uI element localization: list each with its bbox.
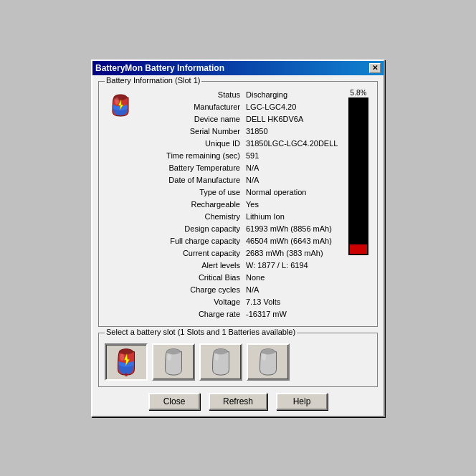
battery-bar-red [350, 244, 367, 254]
svg-point-5 [119, 348, 133, 354]
table-row: Charge cyclesN/A [141, 284, 341, 296]
field-label: Time remaining (sec) [141, 151, 244, 160]
info-table: StatusDischargingManufacturerLGC-LGC4.20… [141, 89, 341, 320]
battery-info-inner: StatusDischargingManufacturerLGC-LGC4.20… [105, 89, 371, 320]
field-value: N/A [244, 176, 341, 184]
slot-button-4[interactable] [247, 343, 290, 381]
field-label: Charge rate [141, 310, 244, 318]
field-label: Unique ID [141, 139, 244, 148]
field-value: None [244, 273, 341, 282]
field-value: 46504 mWh (6643 mAh) [244, 237, 341, 245]
field-label: Battery Temperature [141, 163, 244, 172]
field-label: Status [141, 90, 244, 99]
svg-point-2 [115, 97, 119, 105]
close-window-button[interactable]: ✕ [369, 63, 381, 73]
slot-group: Select a battery slot (1 Slots and 1 Bat… [98, 333, 378, 387]
table-row: ManufacturerLGC-LGC4.20 [141, 101, 341, 113]
field-label: Charge cycles [141, 285, 244, 294]
table-row: RechargeableYes [141, 199, 341, 211]
field-value: N/A [244, 163, 341, 172]
table-row: Current capacity2683 mWh (383 mAh) [141, 247, 341, 260]
field-value: 2683 mWh (383 mAh) [244, 249, 341, 257]
battery-icon [107, 90, 134, 118]
field-value: 61993 mWh (8856 mAh) [244, 224, 341, 233]
field-value: Discharging [244, 90, 341, 99]
table-row: ChemistryLithium Ion [141, 211, 341, 223]
slot-inactive-icon [159, 346, 188, 378]
field-label: Device name [141, 115, 244, 123]
field-value: LGC-LGC4.20 [244, 103, 341, 111]
table-row: Full charge capacity46504 mWh (6643 mAh) [141, 235, 341, 247]
close-button[interactable]: Close [148, 393, 200, 410]
title-bar-left: BatteryMon Battery Information [95, 63, 224, 73]
table-row: Type of useNormal operation [141, 186, 341, 199]
svg-point-11 [167, 353, 171, 361]
field-value: 31850 [244, 127, 341, 135]
slot-group-label: Select a battery slot (1 Slots and 1 Bat… [105, 328, 297, 336]
slot-inactive-icon [206, 346, 235, 378]
field-value: 31850LGC-LGC4.20DELL [244, 139, 341, 148]
help-button[interactable]: Help [276, 393, 328, 410]
field-value: DELL HK6DV6A [244, 115, 341, 123]
field-label: Chemistry [141, 212, 244, 221]
svg-point-17 [262, 353, 266, 361]
refresh-button[interactable]: Refresh [209, 393, 267, 410]
battery-bar-container: 5.8% [346, 89, 371, 320]
field-label: Critical Bias [141, 273, 244, 282]
table-row: Serial Number31850 [141, 125, 341, 138]
table-row: Date of ManufactureN/A [141, 174, 341, 186]
slot-inactive-icon [254, 346, 282, 378]
battery-info-group: Battery Information (Slot 1) [98, 81, 378, 327]
field-label: Design capacity [141, 224, 244, 233]
table-row: Battery TemperatureN/A [141, 162, 341, 174]
field-value: 7.13 Volts [244, 298, 341, 306]
window-body: Battery Information (Slot 1) [92, 75, 384, 416]
slot-button-2[interactable] [152, 343, 195, 381]
field-label: Current capacity [141, 249, 244, 257]
svg-point-10 [166, 348, 180, 354]
svg-point-16 [261, 348, 275, 354]
field-value: Lithium Ion [244, 212, 341, 221]
battery-pct-label: 5.8% [351, 89, 367, 97]
field-value: Normal operation [244, 188, 341, 196]
svg-point-14 [214, 353, 219, 361]
field-label: Serial Number [141, 127, 244, 135]
table-row: Critical BiasNone [141, 272, 341, 284]
table-row: Design capacity61993 mWh (8856 mAh) [141, 223, 341, 235]
window-title: BatteryMon Battery Information [95, 63, 224, 73]
table-row: Voltage7.13 Volts [141, 296, 341, 308]
field-label: Alert levels [141, 261, 244, 270]
table-row: Alert levelsW: 1877 / L: 6194 [141, 260, 341, 272]
svg-text:1: 1 [125, 371, 128, 378]
table-row: Time remaining (sec)591 [141, 150, 341, 162]
field-label: Rechargeable [141, 200, 244, 209]
field-label: Full charge capacity [141, 237, 244, 245]
svg-point-6 [120, 353, 124, 361]
slot-active-icon: 1 [112, 346, 141, 378]
field-value: 591 [244, 151, 341, 160]
table-row: Charge rate-16317 mW [141, 308, 341, 320]
slot-buttons: 1 [105, 343, 371, 381]
table-row: Device nameDELL HK6DV6A [141, 113, 341, 125]
field-value: Yes [244, 200, 341, 209]
field-label: Manufacturer [141, 103, 244, 111]
battery-group-label: Battery Information (Slot 1) [105, 76, 201, 85]
battery-icon-area [105, 89, 136, 320]
svg-point-13 [214, 348, 227, 354]
title-bar: BatteryMon Battery Information ✕ [92, 61, 384, 75]
field-value: W: 1877 / L: 6194 [244, 261, 341, 270]
battery-bar-outer [348, 97, 368, 255]
field-label: Type of use [141, 188, 244, 196]
battery-bar-black [350, 99, 367, 247]
main-window: BatteryMon Battery Information ✕ Battery… [91, 60, 385, 417]
field-value: N/A [244, 285, 341, 294]
field-value: -16317 mW [244, 310, 341, 318]
slot-button-3[interactable] [199, 343, 242, 381]
slot-button-1[interactable]: 1 [105, 343, 148, 381]
field-label: Date of Manufacture [141, 176, 244, 184]
action-buttons: Close Refresh Help [98, 393, 378, 410]
table-row: Unique ID31850LGC-LGC4.20DELL [141, 138, 341, 150]
table-row: StatusDischarging [141, 89, 341, 101]
field-label: Voltage [141, 298, 244, 306]
